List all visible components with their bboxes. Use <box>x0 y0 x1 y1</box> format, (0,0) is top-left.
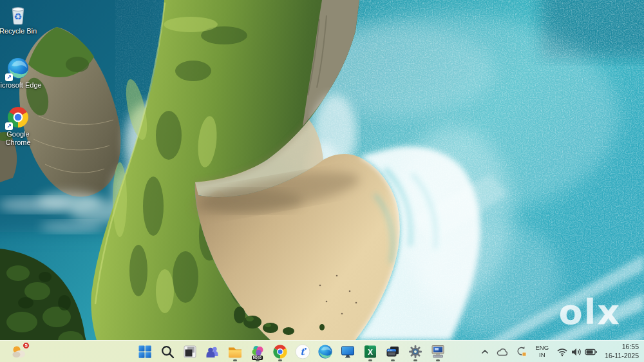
people-icon <box>205 344 220 359</box>
teams-button[interactable] <box>202 341 223 362</box>
desktop-icon-label: Recycle Bin <box>0 27 37 35</box>
windows-logo-icon <box>137 344 153 359</box>
monitor-icon <box>340 344 355 359</box>
onedrive-button[interactable] <box>493 342 512 361</box>
excel-icon: X <box>363 344 378 359</box>
edge-icon <box>317 344 333 359</box>
clock[interactable]: 16:55 16-11-2025 <box>601 342 643 361</box>
desktop-icon-recycle-bin[interactable]: ♻ Recycle Bin <box>0 3 43 35</box>
t-app-icon: t <box>295 344 310 359</box>
remote-window-button[interactable] <box>382 341 403 362</box>
language-indicator[interactable]: ENG IN <box>531 342 553 361</box>
taskbar: 5 <box>0 340 644 362</box>
sync-icon <box>515 346 527 357</box>
language-line2: IN <box>539 352 545 359</box>
olx-watermark: olx <box>559 295 621 330</box>
recycle-bin-icon: ♻ <box>6 3 30 26</box>
my-computer-button[interactable] <box>427 341 448 362</box>
t-app-button[interactable]: t <box>292 341 313 362</box>
microsoft-365-button[interactable]: M365 <box>247 341 268 362</box>
cloud-icon <box>496 347 509 357</box>
desktop-icon-microsoft-edge[interactable]: ↗ Microsoft Edge <box>0 57 43 90</box>
excel-button[interactable]: X <box>359 341 381 362</box>
chrome-icon <box>272 344 288 359</box>
monitor-app-button[interactable] <box>337 341 358 362</box>
settings-button[interactable] <box>404 341 426 362</box>
wifi-icon <box>556 347 568 357</box>
widgets-notification-badge: 5 <box>23 342 30 349</box>
wallpaper-image <box>0 0 644 362</box>
clock-time: 16:55 <box>622 343 639 352</box>
edge-icon: ↗ <box>6 57 30 80</box>
edge-button[interactable] <box>314 341 336 362</box>
shortcut-arrow-icon: ↗ <box>5 73 13 81</box>
system-tray: ENG IN 16:55 16-11-2025 <box>477 341 643 362</box>
window-blue-titlebar-icon <box>385 344 401 359</box>
gear-icon <box>408 344 423 359</box>
chevron-up-icon <box>480 347 489 356</box>
svg-text:♻: ♻ <box>14 11 22 22</box>
desktop-icon-label: Google Chrome <box>0 130 43 147</box>
desktop-icon-google-chrome[interactable]: ↗ Google Chrome <box>0 106 43 147</box>
battery-icon <box>585 348 598 356</box>
shortcut-arrow-icon: ↗ <box>5 122 13 130</box>
widgets-button[interactable]: 5 <box>4 341 33 362</box>
search-button[interactable] <box>156 341 178 362</box>
svg-text:X: X <box>367 348 372 357</box>
desktop: ♻ Recycle Bin ↗ Microsoft Edge <box>0 0 644 362</box>
volume-icon <box>571 347 582 357</box>
start-button[interactable] <box>134 341 155 362</box>
sync-status-button[interactable] <box>512 342 531 361</box>
clock-date: 16-11-2025 <box>605 352 639 361</box>
file-explorer-button[interactable] <box>224 341 245 362</box>
search-icon <box>160 344 175 359</box>
app-window-button[interactable] <box>179 341 200 362</box>
taskbar-app-row: M365 t <box>134 341 448 362</box>
chrome-button[interactable] <box>269 341 290 362</box>
tray-overflow-button[interactable] <box>477 342 493 361</box>
folder-icon <box>227 344 243 359</box>
chrome-icon: ↗ <box>6 106 30 129</box>
quick-settings-button[interactable] <box>553 342 601 361</box>
desktop-icon-label: Microsoft Edge <box>0 81 42 90</box>
app-window-icon <box>182 344 198 359</box>
computer-icon <box>430 344 446 359</box>
